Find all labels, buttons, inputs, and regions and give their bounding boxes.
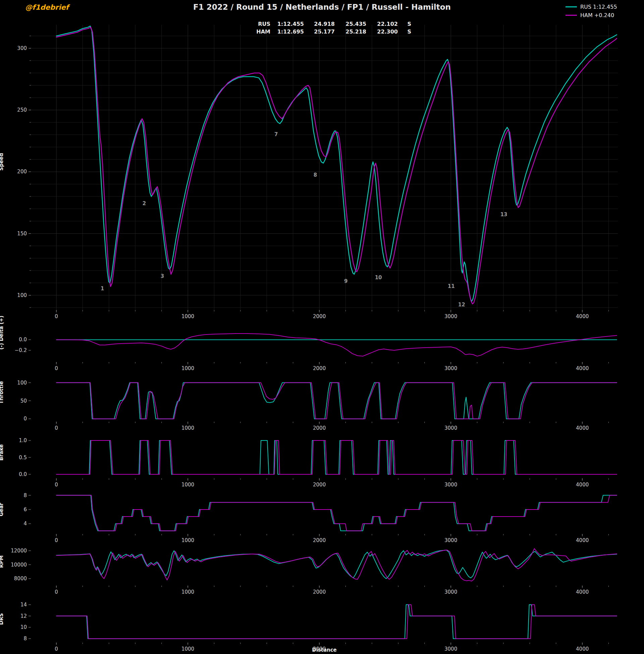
x-tick-label: 3000 bbox=[444, 365, 457, 371]
y-tick-label: 10 bbox=[3, 624, 27, 630]
panel-speed: 12378910111213 bbox=[31, 25, 618, 310]
x-tick-label: 2000 bbox=[313, 365, 326, 371]
x-tick-label: 1000 bbox=[181, 425, 194, 431]
plot-area bbox=[31, 331, 618, 362]
series-ham-rpm bbox=[56, 549, 617, 581]
corner-label-7: 7 bbox=[274, 131, 278, 138]
plot-area bbox=[31, 492, 618, 534]
y-tick-label: 8000 bbox=[3, 576, 27, 582]
corner-label-11: 11 bbox=[448, 283, 455, 289]
x-tick-label: 0 bbox=[55, 482, 58, 488]
series-rus-speed bbox=[56, 26, 617, 302]
y-tick-label: 0.0 bbox=[3, 471, 27, 477]
x-tick-label: 4000 bbox=[576, 425, 589, 431]
x-tick-label: 4000 bbox=[576, 313, 589, 319]
series-ham-throttle bbox=[56, 383, 617, 419]
x-tick-label: 1000 bbox=[181, 589, 194, 595]
plot-area bbox=[31, 601, 618, 643]
y-tick-label: 12 bbox=[3, 613, 27, 619]
x-axis-title: Distance bbox=[312, 647, 337, 653]
legend: RUS 1:12.455HAM +0.240 bbox=[566, 3, 617, 20]
x-tick-label: 2000 bbox=[313, 313, 326, 319]
plot-area bbox=[31, 544, 618, 586]
legend-item-ham: HAM +0.240 bbox=[566, 11, 617, 20]
series-rus-drs bbox=[56, 605, 617, 638]
y-tick-label: 250 bbox=[3, 107, 27, 113]
y-tick-label: 0.0 bbox=[3, 337, 27, 343]
series-ham--delta- bbox=[56, 334, 617, 356]
y-tick-label: 0 bbox=[3, 416, 27, 422]
x-tick-label: 0 bbox=[55, 537, 58, 543]
x-tick-label: 0 bbox=[55, 425, 58, 431]
panel-gear bbox=[31, 492, 618, 534]
corner-label-10: 10 bbox=[375, 274, 382, 281]
x-tick-label: 1000 bbox=[181, 646, 194, 652]
telemetry-figure: @f1debrief F1 2022 / Round 15 / Netherla… bbox=[0, 0, 644, 654]
x-tick-label: 1000 bbox=[181, 482, 194, 488]
legend-line-swatch bbox=[566, 15, 577, 16]
legend-label: HAM +0.240 bbox=[580, 12, 614, 19]
corner-label-9: 9 bbox=[344, 278, 347, 284]
plot-area: 12378910111213 bbox=[31, 25, 618, 310]
legend-label: RUS 1:12.455 bbox=[580, 4, 617, 10]
y-tick-label: 8 bbox=[3, 635, 27, 641]
x-tick-label: 2000 bbox=[313, 589, 326, 595]
y-tick-label: −0.2 bbox=[3, 347, 27, 353]
x-tick-label: 0 bbox=[55, 365, 58, 371]
y-tick-label: 100 bbox=[3, 292, 27, 298]
panel-brake bbox=[31, 436, 618, 478]
corner-label-2: 2 bbox=[142, 200, 146, 207]
x-tick-label: 3000 bbox=[444, 425, 457, 431]
x-tick-label: 3000 bbox=[444, 482, 457, 488]
panel-drs bbox=[31, 601, 618, 643]
page-title: F1 2022 / Round 15 / Netherlands / FP1 /… bbox=[0, 3, 644, 11]
y-tick-label: 14 bbox=[3, 602, 27, 608]
corner-label-12: 12 bbox=[458, 302, 465, 308]
series-rus-gear bbox=[56, 495, 617, 531]
x-tick-label: 2000 bbox=[313, 425, 326, 431]
x-tick-label: 2000 bbox=[313, 537, 326, 543]
y-tick-label: 300 bbox=[3, 45, 27, 51]
x-tick-label: 0 bbox=[55, 313, 58, 319]
plot-area bbox=[31, 380, 618, 422]
y-tick-label: 10000 bbox=[3, 562, 27, 568]
legend-item-rus: RUS 1:12.455 bbox=[566, 3, 617, 11]
x-tick-label: 0 bbox=[55, 589, 58, 595]
x-tick-label: 0 bbox=[55, 646, 58, 652]
y-tick-label: 150 bbox=[3, 231, 27, 237]
series-ham-brake bbox=[56, 440, 617, 474]
legend-line-swatch bbox=[566, 6, 577, 7]
panel-rpm bbox=[31, 544, 618, 586]
y-tick-label: 50 bbox=[3, 398, 27, 404]
x-tick-label: 4000 bbox=[576, 365, 589, 371]
x-tick-label: 4000 bbox=[576, 646, 589, 652]
y-tick-label: 1.0 bbox=[3, 437, 27, 443]
x-tick-label: 1000 bbox=[181, 365, 194, 371]
corner-label-1: 1 bbox=[101, 286, 104, 292]
y-tick-label: 0.5 bbox=[3, 455, 27, 461]
corner-label-13: 13 bbox=[501, 212, 507, 218]
series-rus-rpm bbox=[56, 550, 617, 579]
x-tick-label: 3000 bbox=[444, 589, 457, 595]
x-tick-label: 1000 bbox=[181, 313, 194, 319]
plot-area bbox=[31, 436, 618, 478]
x-tick-label: 4000 bbox=[576, 589, 589, 595]
x-tick-label: 2000 bbox=[313, 482, 326, 488]
y-tick-label: 200 bbox=[3, 169, 27, 175]
series-ham-drs bbox=[56, 605, 617, 638]
corner-label-8: 8 bbox=[314, 172, 317, 178]
x-tick-label: 3000 bbox=[444, 537, 457, 543]
corner-label-3: 3 bbox=[161, 273, 164, 279]
series-ham-gear bbox=[56, 495, 617, 531]
x-tick-label: 1000 bbox=[181, 537, 194, 543]
x-tick-label: 4000 bbox=[576, 537, 589, 543]
panel-throttle bbox=[31, 380, 618, 422]
series-ham-speed bbox=[56, 27, 617, 304]
x-tick-label: 4000 bbox=[576, 482, 589, 488]
y-tick-label: 8 bbox=[3, 492, 27, 499]
y-tick-label: 12000 bbox=[3, 548, 27, 554]
x-tick-label: 3000 bbox=[444, 313, 457, 319]
y-tick-label: 4 bbox=[3, 520, 27, 527]
x-tick-label: 3000 bbox=[444, 646, 457, 652]
y-tick-label: 6 bbox=[3, 507, 27, 512]
